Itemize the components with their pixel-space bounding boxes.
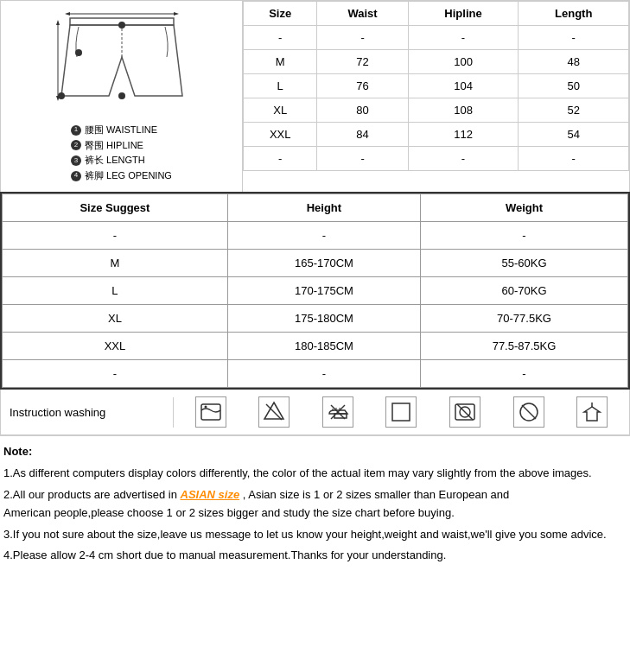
table-row: XL8010852 — [244, 98, 629, 123]
legend-item-1: 1 腰围 WAISTLINE — [71, 123, 172, 138]
note-4: 4.Please allow 2-4 cm short due to manua… — [3, 547, 627, 565]
iron-icon — [322, 396, 353, 428]
note-2: 2.All our products are advertised in ASI… — [3, 486, 627, 523]
svg-marker-2 — [65, 12, 70, 16]
col-weight: Weight — [421, 194, 628, 222]
table-row: ---- — [244, 147, 629, 171]
col-hipline: Hipline — [408, 2, 519, 26]
col-waist: Waist — [317, 2, 408, 26]
col-length: Length — [519, 2, 629, 26]
svg-marker-3 — [174, 12, 179, 16]
note-3: 3.If you not sure about the size,leave u… — [3, 526, 627, 544]
notes-title: Note: — [3, 443, 627, 461]
wash-icon — [195, 396, 226, 428]
note-1: 1.As different computers display colors … — [3, 465, 627, 483]
shorts-diagram — [53, 10, 191, 116]
hang-dry-icon — [576, 396, 608, 428]
table-row: ---- — [244, 26, 629, 50]
table-row: XXL8411254 — [244, 123, 629, 147]
no-tumble-dry-icon — [449, 396, 480, 428]
table-row: --- — [3, 222, 628, 250]
no-dry-clean-icon — [513, 396, 544, 428]
legend-item-3: 3 裤长 LENGTH — [71, 153, 172, 168]
washing-row: Instruction washing — [0, 390, 630, 435]
notes-section: Note: 1.As different computers display c… — [0, 435, 630, 575]
svg-line-26 — [522, 405, 536, 419]
suggest-section: Size Suggest Height Weight ---M165-170CM… — [0, 192, 630, 390]
svg-point-4 — [118, 22, 125, 29]
svg-marker-9 — [56, 20, 60, 25]
col-size: Size — [244, 2, 317, 26]
col-size-suggest: Size Suggest — [3, 194, 228, 222]
no-bleach-icon — [258, 396, 290, 428]
col-height: Height — [227, 194, 420, 222]
table-row: M165-170CM55-60KG — [3, 250, 628, 277]
svg-rect-21 — [392, 403, 410, 421]
washing-icons — [174, 390, 629, 434]
diagram-area: 1 腰围 WAISTLINE 2 臀围 HIPLINE 3 裤长 LENGTH … — [1, 1, 243, 192]
size-table-area: Size Waist Hipline Length ----M7210048L7… — [243, 1, 629, 192]
top-section: 1 腰围 WAISTLINE 2 臀围 HIPLINE 3 裤长 LENGTH … — [0, 0, 630, 192]
table-row: L170-175CM60-70KG — [3, 277, 628, 305]
svg-point-6 — [118, 92, 125, 99]
table-row: --- — [3, 360, 628, 388]
table-row: M7210048 — [244, 50, 629, 74]
svg-point-5 — [75, 49, 82, 56]
washing-label: Instruction washing — [1, 397, 174, 428]
square-dry-icon — [385, 396, 417, 428]
legend-item-2: 2 臀围 HIPLINE — [71, 138, 172, 154]
asian-size-highlight: ASIAN size — [181, 488, 240, 501]
table-row: XXL180-185CM77.5-87.5KG — [3, 333, 628, 360]
suggest-table: Size Suggest Height Weight ---M165-170CM… — [2, 193, 628, 388]
svg-point-12 — [204, 406, 207, 409]
legend: 1 腰围 WAISTLINE 2 臀围 HIPLINE 3 裤长 LENGTH … — [71, 123, 172, 183]
legend-item-4: 4 裤脚 LEG OPENING — [71, 168, 172, 184]
table-row: L7610450 — [244, 74, 629, 98]
table-row: XL175-180CM70-77.5KG — [3, 305, 628, 333]
size-table: Size Waist Hipline Length ----M7210048L7… — [243, 1, 629, 171]
